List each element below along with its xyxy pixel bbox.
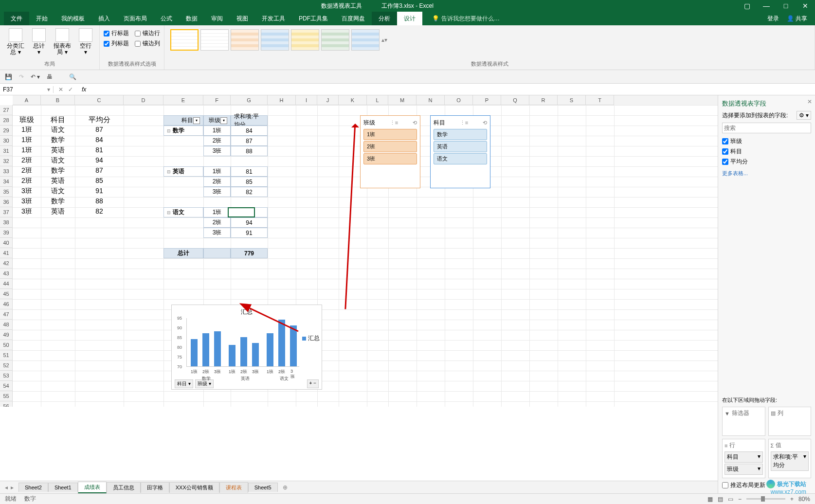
view-pagebreak-icon[interactable]: ▭	[728, 496, 733, 503]
tab-baidu[interactable]: 百度网盘	[335, 12, 372, 25]
sheet-tab[interactable]: XXX公司销售额	[169, 482, 219, 493]
row-header[interactable]: 44	[0, 279, 13, 289]
pivot-style-7[interactable]	[351, 29, 380, 51]
column-header[interactable]: O	[445, 95, 473, 105]
login-button[interactable]: 登录	[763, 15, 783, 23]
row-header[interactable]: 37	[0, 207, 13, 217]
row-header[interactable]: 30	[0, 136, 13, 146]
grandtotals-button[interactable]: 总计▾	[29, 27, 49, 56]
tab-review[interactable]: 审阅	[204, 12, 230, 25]
row-header[interactable]: 56	[0, 401, 13, 407]
row-header[interactable]: 45	[0, 289, 13, 299]
reportlayout-button[interactable]: 报表布局 ▾	[51, 27, 74, 56]
column-header[interactable]: J	[317, 95, 339, 105]
row-header[interactable]: 31	[0, 146, 13, 156]
clearfilter-icon[interactable]: ⟲	[413, 120, 417, 126]
pivot-style-6[interactable]	[321, 29, 349, 51]
column-header[interactable]: T	[586, 95, 614, 105]
value-field-item[interactable]: 求和项:平均分▾	[771, 451, 809, 471]
more-tables-link[interactable]: 更多表格...	[722, 170, 811, 177]
column-header[interactable]: B	[41, 95, 75, 105]
slicer-item[interactable]: 1班	[363, 129, 417, 140]
column-header[interactable]: D	[124, 95, 163, 105]
fx-icon[interactable]: fx	[78, 86, 90, 93]
enter-icon[interactable]: ✓	[68, 86, 73, 93]
column-header[interactable]: M	[388, 95, 417, 105]
row-header[interactable]: 36	[0, 197, 13, 207]
column-header[interactable]: R	[529, 95, 558, 105]
sheet-next-icon[interactable]: ▸	[11, 484, 14, 491]
row-header[interactable]: 55	[0, 391, 13, 401]
tab-formulas[interactable]: 公式	[154, 12, 179, 25]
share-button[interactable]: 👤 共享	[783, 15, 811, 23]
active-cell[interactable]	[228, 207, 255, 217]
field-search-input[interactable]	[722, 123, 811, 133]
column-header[interactable]: E	[163, 95, 203, 105]
row-header[interactable]: 47	[0, 309, 13, 320]
values-dropzone[interactable]: Σ 值 求和项:平均分▾	[768, 439, 812, 478]
filters-dropzone[interactable]: ▼ 筛选器	[722, 407, 765, 436]
name-box[interactable]: F37▾	[0, 86, 54, 93]
field-checkbox[interactable]: 班级	[722, 136, 811, 146]
bandedrows-checkbox[interactable]: 镶边行	[135, 29, 160, 37]
column-header[interactable]: N	[417, 95, 445, 105]
column-header[interactable]: H	[268, 95, 296, 105]
bandedcols-checkbox[interactable]: 镶边列	[135, 39, 160, 48]
slicer-item[interactable]: 3班	[363, 153, 417, 164]
slicer-class[interactable]: 班级⋮≡⟲ 1班 2班 3班	[360, 115, 420, 188]
tab-developer[interactable]: 开发工具	[255, 12, 292, 25]
pivot-style-2[interactable]	[200, 29, 229, 51]
sheet-tab[interactable]: Sheet2	[18, 483, 48, 492]
row-field-item[interactable]: 科目▾	[724, 451, 763, 463]
sheet-prev-icon[interactable]: ◂	[5, 484, 8, 491]
row-header[interactable]: 40	[0, 238, 13, 248]
pivot-field-class[interactable]: 班级▾	[203, 115, 231, 126]
row-header[interactable]: 32	[0, 156, 13, 166]
column-header[interactable]: S	[558, 95, 586, 105]
tab-pdf[interactable]: PDF工具集	[292, 12, 335, 25]
column-header[interactable]: F	[203, 95, 231, 105]
row-header[interactable]: 48	[0, 320, 13, 330]
tab-view[interactable]: 视图	[230, 12, 255, 25]
pivot-field-subject[interactable]: 科目▾	[163, 115, 203, 126]
zoom-in-button[interactable]: +	[790, 496, 794, 503]
row-field-item[interactable]: 班级▾	[724, 464, 763, 475]
tab-analyze[interactable]: 分析	[372, 12, 397, 25]
row-header[interactable]: 43	[0, 269, 13, 279]
multiselect-icon[interactable]: ⋮≡	[460, 120, 468, 126]
view-normal-icon[interactable]: ▦	[707, 496, 713, 503]
blankrows-button[interactable]: 空行▾	[76, 27, 95, 56]
column-header[interactable]: C	[75, 95, 124, 105]
row-header[interactable]: 54	[0, 381, 13, 391]
columns-dropzone[interactable]: ▥ 列	[768, 407, 812, 436]
column-header[interactable]: G	[231, 95, 268, 105]
tab-insert[interactable]: 插入	[91, 12, 117, 25]
slicer-item[interactable]: 数学	[434, 129, 487, 140]
column-header[interactable]: Q	[501, 95, 529, 105]
row-header[interactable]: 39	[0, 228, 13, 238]
row-header[interactable]: 38	[0, 217, 13, 228]
tell-me[interactable]: 💡告诉我您想要做什么…	[422, 15, 500, 23]
column-header[interactable]: L	[367, 95, 388, 105]
tab-design[interactable]: 设计	[397, 12, 422, 25]
row-header[interactable]: 42	[0, 258, 13, 269]
tab-data[interactable]: 数据	[179, 12, 204, 25]
sheet-tab[interactable]: Sheet1	[48, 483, 78, 492]
field-checkbox[interactable]: 平均分	[722, 157, 811, 167]
pivot-style-1[interactable]	[170, 29, 199, 51]
tab-pagelayout[interactable]: 页面布局	[117, 12, 154, 25]
row-header[interactable]: 46	[0, 299, 13, 309]
pane-close-icon[interactable]: ✕	[807, 98, 812, 105]
tab-templates[interactable]: 我的模板	[54, 12, 91, 25]
spreadsheet-grid[interactable]: ABCDEFGHIJKLMNOPQRST 2728293031323334353…	[0, 95, 815, 407]
chart-filter-subject[interactable]: 科目 ▾	[175, 379, 193, 388]
styles-more-button[interactable]: ▴▾	[381, 29, 388, 51]
slicer-item[interactable]: 2班	[363, 141, 417, 152]
rowheaders-checkbox[interactable]: 行标题	[104, 29, 129, 37]
row-header[interactable]: 50	[0, 340, 13, 350]
rows-dropzone[interactable]: ≡ 行 科目▾ 班级▾	[722, 439, 765, 478]
multiselect-icon[interactable]: ⋮≡	[390, 120, 398, 126]
zoom-out-button[interactable]: −	[738, 496, 742, 503]
pane-gear-icon[interactable]: ⚙ ▾	[797, 111, 811, 120]
row-header[interactable]: 49	[0, 330, 13, 340]
